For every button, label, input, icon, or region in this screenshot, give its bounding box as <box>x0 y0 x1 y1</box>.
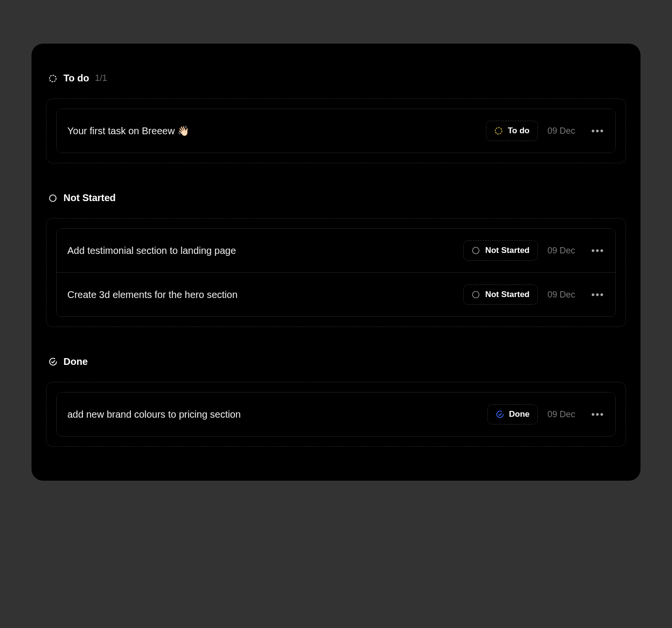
more-button[interactable]: ••• <box>591 244 605 257</box>
status-label: Done <box>509 409 530 419</box>
status-pill[interactable]: To do <box>486 121 538 141</box>
task-list: Your first task on Breeew 👋🏻 To do 09 De… <box>56 109 616 153</box>
status-label: Not Started <box>485 290 530 299</box>
section-todo: To do 1/1 Your first task on Breeew 👋🏻 T… <box>46 73 626 163</box>
task-panel: To do 1/1 Your first task on Breeew 👋🏻 T… <box>31 44 641 481</box>
more-icon: ••• <box>591 290 604 299</box>
check-circle-icon <box>48 357 58 367</box>
section-header: To do 1/1 <box>46 73 626 84</box>
task-list: add new brand colours to pricing section… <box>56 392 616 437</box>
task-row[interactable]: Add testimonial section to landing page … <box>57 229 615 272</box>
section-title: Not Started <box>63 192 116 204</box>
dashed-circle-icon <box>48 74 58 83</box>
task-row[interactable]: add new brand colours to pricing section… <box>57 392 615 436</box>
task-row[interactable]: Your first task on Breeew 👋🏻 To do 09 De… <box>57 109 615 153</box>
status-label: To do <box>508 126 530 136</box>
task-date: 09 Dec <box>547 246 581 256</box>
task-title: Create 3d elements for the hero section <box>67 289 453 300</box>
svg-point-3 <box>473 247 480 254</box>
more-icon: ••• <box>591 246 604 255</box>
status-pill[interactable]: Not Started <box>463 284 538 305</box>
empty-circle-icon <box>471 246 480 255</box>
section-title: Done <box>63 356 88 367</box>
section-body: add new brand colours to pricing section… <box>46 382 626 447</box>
svg-point-0 <box>49 75 56 82</box>
status-pill[interactable]: Done <box>487 404 538 424</box>
section-not-started: Not Started Add testimonial section to l… <box>46 192 626 327</box>
section-header: Done <box>46 356 626 367</box>
check-circle-icon <box>496 410 504 419</box>
section-body: Your first task on Breeew 👋🏻 To do 09 De… <box>46 98 626 163</box>
section-done: Done add new brand colours to pricing se… <box>46 356 626 447</box>
section-count: 1/1 <box>95 73 107 83</box>
section-title: To do <box>63 73 89 84</box>
task-row[interactable]: Create 3d elements for the hero section … <box>57 272 615 316</box>
svg-point-1 <box>495 127 502 134</box>
empty-circle-icon <box>48 193 58 203</box>
task-title: Your first task on Breeew 👋🏻 <box>67 125 476 137</box>
task-list: Add testimonial section to landing page … <box>56 228 616 317</box>
svg-point-2 <box>49 195 56 202</box>
more-button[interactable]: ••• <box>591 288 605 301</box>
section-body: Add testimonial section to landing page … <box>46 218 626 327</box>
section-header: Not Started <box>46 192 626 204</box>
status-label: Not Started <box>485 246 530 255</box>
task-date: 09 Dec <box>547 409 581 420</box>
task-title: add new brand colours to pricing section <box>67 409 478 420</box>
empty-circle-icon <box>471 290 480 299</box>
task-title: Add testimonial section to landing page <box>67 245 453 256</box>
dashed-circle-icon <box>494 126 503 135</box>
more-icon: ••• <box>591 126 604 136</box>
task-date: 09 Dec <box>547 126 581 136</box>
more-button[interactable]: ••• <box>591 408 605 421</box>
more-icon: ••• <box>591 409 604 419</box>
task-date: 09 Dec <box>547 290 581 300</box>
svg-point-4 <box>473 291 480 298</box>
status-pill[interactable]: Not Started <box>463 240 538 261</box>
more-button[interactable]: ••• <box>591 124 605 138</box>
